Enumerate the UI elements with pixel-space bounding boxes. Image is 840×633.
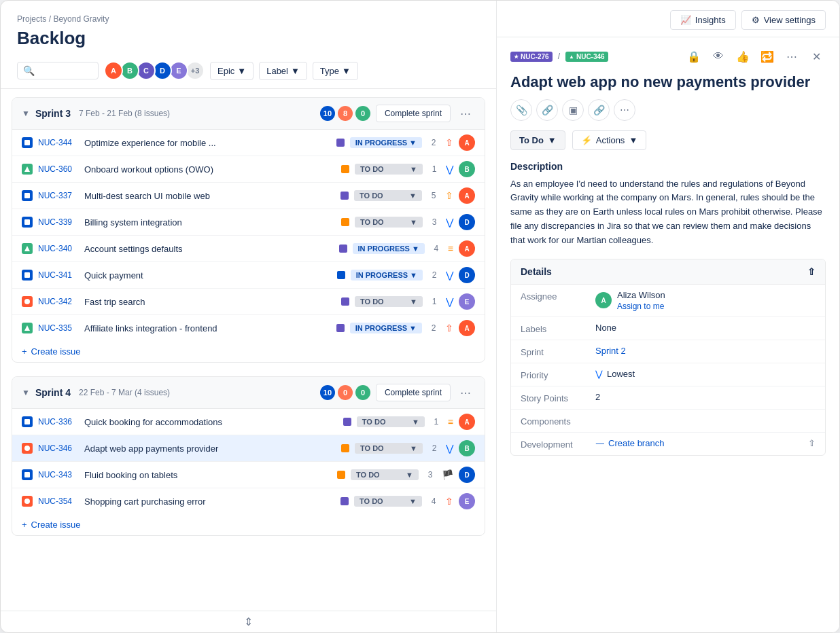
issue-row[interactable]: NUC-337 Multi-dest search UI mobile web …: [12, 183, 485, 209]
status-text: TO DO: [360, 192, 383, 200]
epic-filter[interactable]: Epic ▼: [210, 62, 253, 80]
svg-point-9: [24, 446, 30, 451]
sprint-4-toggle[interactable]: ▼: [22, 388, 30, 397]
close-icon[interactable]: ✕: [807, 47, 826, 66]
sprint-3-section: ▼ Sprint 3 7 Feb - 21 Feb (8 issues) 10 …: [12, 97, 485, 363]
thumbsup-icon[interactable]: 👍: [733, 47, 752, 66]
action-icons-row: 📎 🔗 ▣ 🔗 ⋯: [497, 99, 839, 130]
sprint-3-toggle[interactable]: ▼: [22, 109, 30, 118]
sprint-3-more-icon[interactable]: ⋯: [456, 106, 475, 122]
status-badge[interactable]: IN PROGRESS ▼: [353, 243, 425, 254]
sprint-3-create-issue[interactable]: + Create issue: [12, 341, 485, 362]
status-chevron-icon: ▼: [410, 165, 417, 173]
status-text: TO DO: [360, 218, 384, 226]
view-settings-gear-icon: ⚙: [752, 15, 760, 25]
status-badge[interactable]: TO DO ▼: [355, 217, 423, 228]
sprint-3-complete-btn[interactable]: Complete sprint: [376, 105, 451, 122]
checklist-icon[interactable]: ▣: [562, 99, 584, 121]
sprint-3-header[interactable]: ▼ Sprint 3 7 Feb - 21 Feb (8 issues) 10 …: [12, 98, 485, 130]
issue-row[interactable]: NUC-354 Shopping cart purchasing error T…: [12, 488, 485, 514]
create-issue-plus-icon-2: +: [22, 520, 27, 530]
issue-row[interactable]: NUC-341 Quick payment IN PROGRESS ▼ 2 ⋁ …: [12, 262, 485, 289]
issue-row[interactable]: NUC-346 Adapt web app payments provider …: [12, 435, 485, 462]
status-badge[interactable]: TO DO ▼: [355, 164, 423, 175]
status-text: IN PROGRESS: [356, 271, 408, 279]
avatar-1[interactable]: A: [104, 61, 123, 80]
issue-row[interactable]: NUC-344 Optimize experience for mobile .…: [12, 130, 485, 156]
avatar-4[interactable]: D: [153, 61, 172, 80]
todo-status-button[interactable]: To Do ▼: [510, 130, 565, 150]
issue-row[interactable]: NUC-336 Quick booking for accommodations…: [12, 409, 485, 435]
link-tree-icon[interactable]: 🔗: [536, 99, 558, 121]
avatar-extra[interactable]: +3: [186, 61, 205, 80]
resizer[interactable]: ⇕: [1, 611, 496, 632]
svg-marker-4: [24, 246, 30, 251]
sprint-4-more-icon[interactable]: ⋯: [456, 385, 475, 401]
issue-row[interactable]: NUC-340 Account settings defaults IN PRO…: [12, 236, 485, 262]
epic-chevron-icon: ▼: [237, 66, 246, 76]
issue-row[interactable]: NUC-343 Fluid booking on tablets TO DO ▼…: [12, 462, 485, 488]
story-points-cell: 2: [427, 323, 440, 333]
sprint-4-header[interactable]: ▼ Sprint 4 22 Feb - 7 Mar (4 issues) 10 …: [12, 377, 485, 409]
more-options-icon[interactable]: ⋯: [782, 47, 801, 66]
issue-row[interactable]: NUC-342 Fast trip search TO DO ▼ 1 ⋁ E: [12, 289, 485, 315]
project-name[interactable]: Beyond Gravity: [53, 14, 109, 24]
search-box[interactable]: 🔍: [17, 62, 99, 79]
sprint-4-complete-btn[interactable]: Complete sprint: [376, 384, 451, 401]
status-badge[interactable]: TO DO ▼: [355, 443, 423, 454]
priority-medium2-icon: ≡: [448, 243, 453, 254]
status-badge[interactable]: TO DO ▼: [357, 416, 425, 427]
avatars-group: A B C D E +3: [104, 61, 205, 80]
priority-high-icon: ⇧: [445, 323, 453, 333]
insights-button[interactable]: 📈 Insights: [670, 10, 736, 30]
create-branch-link[interactable]: Create branch: [608, 438, 664, 448]
sprint-4-create-issue[interactable]: + Create issue: [12, 514, 485, 535]
status-badge[interactable]: TO DO ▼: [354, 496, 422, 507]
lock-icon[interactable]: 🔒: [684, 47, 703, 66]
assignee-row: Assignee A Aliza Wilson Assign to me: [511, 285, 825, 317]
projects-link[interactable]: Projects: [17, 14, 46, 24]
status-badge[interactable]: TO DO ▼: [354, 190, 422, 201]
sprint-value[interactable]: Sprint 2: [595, 346, 816, 356]
sprint-4-section: ▼ Sprint 4 22 Feb - 7 Mar (4 issues) 10 …: [12, 376, 485, 536]
actions-button[interactable]: ⚡ Actions ▼: [572, 130, 647, 150]
search-input[interactable]: [37, 66, 92, 76]
issue-row[interactable]: NUC-360 Onboard workout options (OWO) TO…: [12, 156, 485, 183]
story-points-cell: 1: [430, 417, 442, 427]
ellipsis-icon[interactable]: ⋯: [614, 99, 635, 121]
nuc-346-tag[interactable]: ▲ NUC-346: [565, 52, 608, 62]
avatar-2[interactable]: B: [120, 61, 139, 80]
copy-link-icon[interactable]: 🔗: [588, 99, 610, 121]
status-badge[interactable]: IN PROGRESS ▼: [350, 137, 422, 148]
avatar-5[interactable]: E: [169, 61, 188, 80]
nuc-276-tag[interactable]: ★ NUC-276: [510, 52, 553, 62]
status-badge[interactable]: TO DO ▼: [355, 296, 423, 307]
avatar-3[interactable]: C: [137, 61, 156, 80]
story-points-cell: 3: [428, 217, 440, 227]
details-header[interactable]: Details ⇧: [511, 259, 825, 285]
attachment-icon[interactable]: 📎: [510, 99, 532, 121]
issue-row[interactable]: NUC-339 Billing system integration TO DO…: [12, 209, 485, 236]
view-settings-button[interactable]: ⚙ View settings: [741, 10, 826, 30]
details-title: Details: [521, 266, 552, 277]
status-badge[interactable]: TO DO ▼: [351, 469, 419, 480]
share-icon[interactable]: 🔁: [758, 47, 777, 66]
epic-color-tag: [336, 324, 345, 332]
status-text: TO DO: [360, 497, 383, 505]
components-label: Components: [521, 415, 595, 427]
issue-title: Adapt web app no new payments provider: [497, 66, 839, 99]
svg-rect-2: [24, 193, 30, 198]
label-filter[interactable]: Label ▼: [259, 62, 307, 80]
assign-me-link[interactable]: Assign to me: [617, 302, 665, 311]
status-badge[interactable]: IN PROGRESS ▼: [350, 323, 422, 333]
watch-icon[interactable]: 👁: [709, 47, 728, 66]
nuc-276-icon: ★: [514, 54, 519, 60]
status-badge[interactable]: IN PROGRESS ▼: [351, 270, 423, 281]
details-section: Details ⇧ Assignee A Aliza Wilson Assign…: [510, 259, 826, 456]
status-chevron-icon: ▼: [409, 324, 417, 332]
page-header: Projects / Beyond Gravity Backlog: [1, 1, 496, 56]
priority-value-text: Lowest: [607, 369, 635, 379]
type-filter[interactable]: Type ▼: [313, 62, 358, 80]
issue-row[interactable]: NUC-335 Affiliate links integration - fr…: [12, 315, 485, 341]
status-actions-row: To Do ▼ ⚡ Actions ▼: [497, 130, 839, 161]
